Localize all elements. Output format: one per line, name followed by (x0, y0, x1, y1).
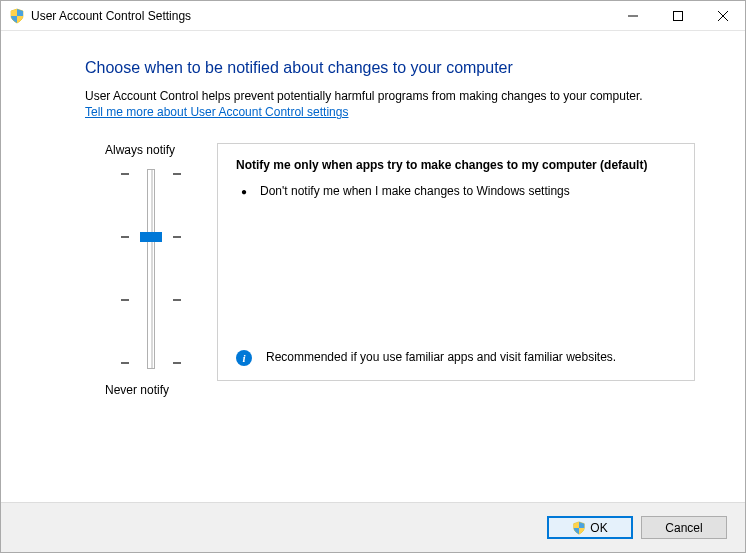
slider-column: Always notify Never notify (85, 143, 217, 397)
close-button[interactable] (700, 1, 745, 30)
minimize-button[interactable] (610, 1, 655, 30)
ok-button-label: OK (590, 521, 607, 535)
content-area: Choose when to be notified about changes… (1, 31, 745, 502)
cancel-button[interactable]: Cancel (641, 516, 727, 539)
footer: OK Cancel (1, 502, 745, 552)
slider-top-label: Always notify (85, 143, 175, 157)
bullet-icon: ● (236, 184, 252, 198)
learn-more-link[interactable]: Tell me more about User Account Control … (85, 105, 348, 119)
cancel-button-label: Cancel (665, 521, 702, 535)
bullet-text: Don't notify me when I make changes to W… (252, 184, 676, 198)
page-subtext: User Account Control helps prevent poten… (85, 89, 695, 103)
notification-level-slider[interactable] (121, 169, 181, 369)
maximize-button[interactable] (655, 1, 700, 30)
page-heading: Choose when to be notified about changes… (85, 59, 695, 77)
shield-icon (572, 521, 586, 535)
slider-thumb[interactable] (140, 232, 162, 242)
svg-rect-1 (673, 11, 682, 20)
titlebar: User Account Control Settings (1, 1, 745, 31)
recommendation-text: Recommended if you use familiar apps and… (252, 350, 616, 364)
body-row: Always notify Never notify Notify me onl… (85, 143, 695, 397)
uac-settings-window: User Account Control Settings Choose whe… (0, 0, 746, 553)
description-box: Notify me only when apps try to make cha… (217, 143, 695, 381)
recommendation-row: i Recommended if you use familiar apps a… (236, 350, 676, 366)
info-icon: i (236, 350, 252, 366)
ok-button[interactable]: OK (547, 516, 633, 539)
window-title: User Account Control Settings (31, 9, 610, 23)
shield-icon (9, 8, 25, 24)
description-title: Notify me only when apps try to make cha… (236, 158, 676, 172)
slider-bottom-label: Never notify (85, 383, 169, 397)
description-bullet: ● Don't notify me when I make changes to… (236, 184, 676, 198)
